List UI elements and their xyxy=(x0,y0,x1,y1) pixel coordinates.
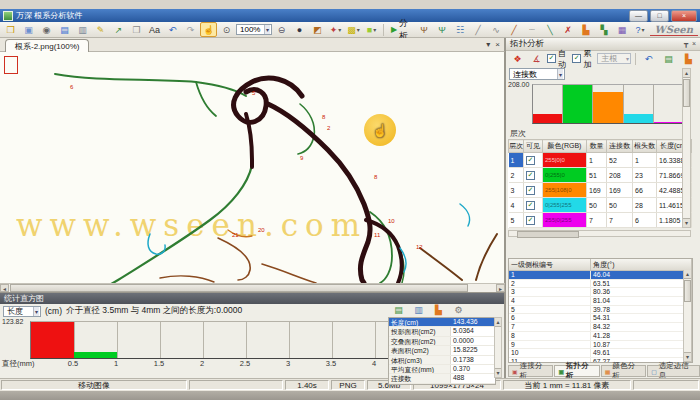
topo-bar-level-1[interactable] xyxy=(533,114,562,124)
scanner-icon[interactable]: ▣ xyxy=(20,22,37,37)
fill-color-icon-caret[interactable]: ▾ xyxy=(357,24,360,36)
zoom-out-icon[interactable]: ⊖ xyxy=(273,22,290,37)
undo-icon[interactable]: ↶ xyxy=(640,51,657,66)
redo-icon[interactable]: ↷ xyxy=(182,22,199,37)
angle-table-header[interactable]: 一级侧根编号 角度(°) xyxy=(509,259,692,271)
pen-green-icon[interactable]: ╲ xyxy=(542,22,559,37)
edit-pencil-icon[interactable]: ✎ xyxy=(92,22,109,37)
scroll-up-icon[interactable]: ▴ xyxy=(495,318,501,327)
level-table-row[interactable]: 4✓0|255|25550502811.4615 xyxy=(509,198,692,213)
open-image-icon[interactable]: ❒ xyxy=(2,22,19,37)
stats-vertical-scrollbar[interactable]: ▴ ▾ xyxy=(494,317,502,378)
stats-row[interactable]: 交叠面积(cm2)0.0000 xyxy=(389,337,495,346)
angle-table-row[interactable]: 654.31 xyxy=(509,314,683,323)
export-excel-icon[interactable]: ▤ xyxy=(390,303,407,318)
tab-拓扑分析[interactable]: ▣拓扑分析 xyxy=(554,365,599,377)
histogram-metric-combo[interactable]: 长度 ▾ xyxy=(3,306,41,317)
area-chart-icon[interactable]: ▚ xyxy=(596,22,613,37)
topo-bar-level-5[interactable] xyxy=(654,122,683,123)
level-table-hscrollbar[interactable] xyxy=(508,230,691,237)
angle-table-row[interactable]: 146.04 xyxy=(509,271,683,280)
stats-row[interactable]: 投影面积(cm2)5.0364 xyxy=(389,327,495,336)
scrollbar-thumb[interactable] xyxy=(10,284,468,292)
close-button[interactable]: × xyxy=(671,10,697,22)
topo-bar-level-2[interactable] xyxy=(563,85,592,123)
chevron-down-icon[interactable]: ▾ xyxy=(557,69,563,79)
scrollbar-thumb[interactable] xyxy=(683,79,690,107)
angle-table-row[interactable]: 481.04 xyxy=(509,297,683,306)
pen-line-icon[interactable]: ╱ xyxy=(470,22,487,37)
chevron-down-icon[interactable]: ▾ xyxy=(33,307,39,316)
fill-color-icon[interactable]: ▩▾ xyxy=(345,22,362,37)
level-table-header[interactable]: 层次 可见 颜色(RGB) 数量 连接数 根头数 长度(cm) xyxy=(509,140,692,153)
angle-table-row[interactable]: 380.36 xyxy=(509,288,683,297)
scrollbar-thumb[interactable] xyxy=(517,231,579,238)
undo-icon[interactable]: ↶ xyxy=(164,22,181,37)
level-table-row[interactable]: 2✓0|255|0512082371.8669 xyxy=(509,168,692,183)
export-chart-icon[interactable]: ▙ xyxy=(680,51,697,66)
stats-row[interactable]: 长度(cm)143.436 xyxy=(389,318,495,327)
image-canvas[interactable]: www.wseen.com xyxy=(0,52,505,283)
chevron-down-icon[interactable]: ▾ xyxy=(264,25,270,34)
scroll-left-icon[interactable]: ◂ xyxy=(0,284,9,292)
visible-checkbox[interactable]: ✓ xyxy=(526,186,535,195)
tab-menu-icon[interactable]: ▾ xyxy=(486,40,490,49)
ruler-icon[interactable]: ◩ xyxy=(309,22,326,37)
minimize-button[interactable]: — xyxy=(629,10,648,22)
copy-icon[interactable]: ❐ xyxy=(128,22,145,37)
export-icon[interactable]: ↗ xyxy=(110,22,127,37)
panel-vertical-scrollbar[interactable]: ▴ ▾ xyxy=(682,68,691,228)
topo-bar-level-3[interactable] xyxy=(593,92,622,123)
tab-close-icon[interactable]: × xyxy=(495,40,500,49)
angle-table-row[interactable]: 1049.61 xyxy=(509,349,683,358)
chevron-down-icon[interactable]: ▾ xyxy=(626,55,629,62)
level-table-row[interactable]: 3✓255|108|01691696642.4885 xyxy=(509,183,692,198)
shape-color-icon[interactable]: ■▾ xyxy=(363,22,380,37)
root-map[interactable] xyxy=(0,52,505,283)
topo-bar-level-4[interactable] xyxy=(624,114,653,123)
scroll-down-icon[interactable]: ▾ xyxy=(495,368,501,377)
help-icon[interactable]: ?▾ xyxy=(632,22,649,37)
scroll-up-icon[interactable]: ▴ xyxy=(684,270,691,279)
root-type-combo[interactable]: 主根 ▾ xyxy=(597,53,631,64)
bar-chart-icon[interactable]: ▙ xyxy=(578,22,595,37)
visible-checkbox[interactable]: ✓ xyxy=(526,201,535,210)
screen-color-icon[interactable]: ● xyxy=(291,22,308,37)
metric-combo[interactable]: 连接数 ▾ xyxy=(509,68,565,80)
scroll-down-icon[interactable]: ▾ xyxy=(684,352,691,361)
pen-orange-icon[interactable]: ╱ xyxy=(506,22,523,37)
print-icon[interactable]: ▥ xyxy=(74,22,91,37)
grid-icon[interactable]: ☷ xyxy=(452,22,469,37)
angle-table-row[interactable]: 263.51 xyxy=(509,280,683,289)
scroll-down-icon[interactable]: ▾ xyxy=(683,218,690,227)
export-table-icon[interactable]: ▤ xyxy=(660,51,677,66)
zoom-tool-icon[interactable]: ⊙ xyxy=(218,22,235,37)
canvas-horizontal-scrollbar[interactable]: ◂ ▸ xyxy=(0,283,505,292)
level-table-row[interactable]: 1✓255|0|0152116.3388 xyxy=(509,153,692,168)
angle-measure-icon[interactable]: ∡ xyxy=(528,51,545,66)
scroll-up-icon[interactable]: ▴ xyxy=(683,69,690,78)
angle-table-row[interactable]: 784.32 xyxy=(509,323,683,332)
pen-curve-icon[interactable]: ∿ xyxy=(488,22,505,37)
visible-checkbox[interactable]: ✓ xyxy=(526,156,535,165)
tab-颜色分析[interactable]: ▦颜色分析 xyxy=(601,365,646,377)
save-icon[interactable]: ▤ xyxy=(56,22,73,37)
maximize-button[interactable]: □ xyxy=(650,10,669,22)
pin-icon[interactable]: ┳ xyxy=(684,40,688,48)
save-stats-icon[interactable]: ▥ xyxy=(410,303,427,318)
zoom-level-combo[interactable]: 100% ▾ xyxy=(236,24,272,35)
visible-checkbox[interactable]: ✓ xyxy=(526,171,535,180)
erase-stroke-icon[interactable]: ✗ xyxy=(560,22,577,37)
visible-checkbox[interactable]: ✓ xyxy=(526,216,535,225)
report-table-icon[interactable]: ▦ xyxy=(614,22,631,37)
node-color-icon[interactable]: ❖ xyxy=(509,51,526,66)
title-bar[interactable]: 万深 根系分析软件 — □ × xyxy=(0,9,700,22)
marker-icon-caret[interactable]: ▾ xyxy=(338,24,341,36)
auto-checkbox[interactable]: ✓ xyxy=(547,54,556,63)
stem-mark-icon[interactable]: Ψ xyxy=(434,22,451,37)
stats-row[interactable]: 体积(cm3)0.1738 xyxy=(389,356,495,365)
chart-stats-icon[interactable]: ▙ xyxy=(430,303,447,318)
pen-dash-icon[interactable]: ┈ xyxy=(524,22,541,37)
stats-row[interactable]: 连接数488 xyxy=(389,374,495,383)
panel-close-icon[interactable]: × xyxy=(692,40,696,48)
